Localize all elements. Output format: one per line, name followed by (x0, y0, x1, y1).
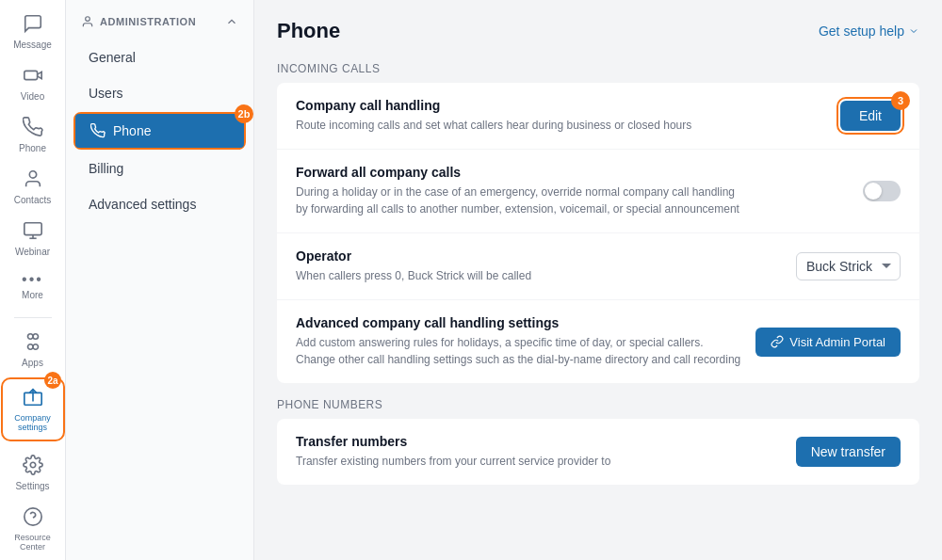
page-title: Phone (277, 19, 340, 43)
sidebar-item-settings-label: Settings (15, 481, 49, 491)
admin-nav-billing-label: Billing (89, 161, 123, 176)
svg-point-5 (27, 334, 33, 340)
link-icon (771, 335, 784, 348)
forward-calls-toggle[interactable] (863, 181, 901, 201)
sidebar-item-contacts[interactable]: Contacts (5, 163, 61, 211)
forward-calls-title: Forward all company calls (296, 165, 848, 180)
svg-rect-0 (24, 71, 37, 79)
sidebar-item-company-settings[interactable]: Company settings (5, 381, 61, 438)
admin-nav-advanced[interactable]: Advanced settings (73, 187, 246, 221)
setup-help-link[interactable]: Get setup help (819, 24, 919, 39)
admin-header: ADMINISTRATION (66, 0, 253, 40)
phone-icon (23, 117, 43, 140)
visit-admin-portal-button[interactable]: Visit Admin Portal (755, 328, 901, 357)
contacts-icon (23, 168, 43, 192)
advanced-call-handling-content: Advanced company call handling settings … (296, 315, 740, 368)
new-transfer-button[interactable]: New transfer (796, 437, 901, 467)
transfer-numbers-desc: Transfer existing numbers from your curr… (296, 453, 748, 470)
sidebar-item-message-label: Message (13, 40, 52, 50)
company-call-handling-desc: Route incoming calls and set what caller… (296, 117, 748, 134)
svg-point-8 (33, 344, 39, 350)
svg-point-1 (29, 171, 36, 178)
sidebar-item-apps-label: Apps (22, 358, 43, 368)
page-header: Phone Get setup help (277, 19, 919, 43)
phone-numbers-section: Phone numbers Transfer numbers Transfer … (277, 398, 919, 485)
phone-numbers-label: Phone numbers (277, 398, 919, 411)
collapse-icon[interactable] (225, 15, 238, 28)
admin-nav-billing[interactable]: Billing (73, 152, 246, 185)
company-settings-badge: 2a (44, 372, 61, 389)
sidebar-item-webinar-label: Webinar (15, 247, 50, 257)
svg-point-7 (27, 344, 33, 350)
incoming-calls-label: Incoming calls (277, 62, 919, 75)
phone-numbers-card: Transfer numbers Transfer existing numbe… (277, 419, 919, 485)
sidebar-item-video[interactable]: Video (5, 59, 61, 107)
apps-icon (23, 331, 43, 355)
webinar-icon (23, 220, 43, 244)
admin-nav-phone[interactable]: Phone (75, 114, 244, 148)
phone-nav-icon (90, 123, 106, 138)
sidebar-item-video-label: Video (21, 91, 44, 102)
transfer-numbers-title: Transfer numbers (296, 434, 781, 449)
company-settings-icon (23, 387, 43, 410)
svg-point-11 (30, 462, 36, 468)
sidebar-item-resource-center[interactable]: Resource Center (5, 501, 61, 557)
advanced-call-handling-desc: Add custom answering rules for holidays,… (296, 334, 740, 368)
sidebar-item-resource-center-label: Resource Center (8, 533, 57, 552)
operator-select[interactable]: Buck Strick (796, 252, 901, 280)
transfer-numbers-content: Transfer numbers Transfer existing numbe… (296, 434, 781, 470)
edit-button-badge: 3 (891, 91, 910, 110)
admin-nav-phone-label: Phone (113, 123, 151, 138)
svg-rect-2 (24, 223, 41, 235)
more-icon: ••• (22, 272, 43, 287)
advanced-call-handling-title: Advanced company call handling settings (296, 315, 740, 330)
sidebar-item-phone[interactable]: Phone (5, 111, 61, 159)
operator-content: Operator When callers press 0, Buck Stri… (296, 248, 781, 284)
phone-nav-badge: 2b (235, 104, 253, 123)
svg-point-14 (86, 17, 90, 22)
sidebar-item-apps[interactable]: Apps (5, 326, 61, 374)
settings-icon (23, 455, 43, 478)
admin-panel: ADMINISTRATION General Users Phone 2b Bi… (66, 0, 254, 560)
company-call-handling-content: Company call handling Route incoming cal… (296, 98, 825, 134)
sidebar-item-company-settings-label: Company settings (8, 413, 57, 432)
forward-calls-content: Forward all company calls During a holid… (296, 165, 848, 217)
advanced-call-handling-row: Advanced company call handling settings … (277, 300, 919, 383)
incoming-calls-card: Company call handling Route incoming cal… (277, 83, 919, 383)
sidebar-item-settings[interactable]: Settings (5, 449, 61, 497)
svg-point-6 (33, 334, 39, 340)
admin-nav-general-label: General (89, 50, 136, 65)
admin-nav-advanced-label: Advanced settings (89, 197, 196, 212)
sidebar-item-more-label: More (22, 290, 43, 300)
admin-nav-users-label: Users (89, 86, 123, 101)
company-call-handling-row: Company call handling Route incoming cal… (277, 83, 919, 150)
visit-admin-portal-label: Visit Admin Portal (789, 335, 885, 349)
video-icon (23, 65, 43, 88)
message-icon (23, 13, 43, 37)
admin-nav-users[interactable]: Users (73, 76, 246, 110)
main-content: Phone Get setup help Incoming calls Comp… (254, 0, 942, 560)
resource-center-icon (23, 506, 43, 530)
sidebar-item-webinar[interactable]: Webinar (5, 215, 61, 263)
transfer-numbers-row: Transfer numbers Transfer existing numbe… (277, 419, 919, 485)
chevron-down-icon (908, 25, 919, 37)
sidebar-item-more[interactable]: ••• More (5, 266, 61, 306)
svg-point-12 (24, 508, 41, 525)
forward-calls-desc: During a holiday or in the case of an em… (296, 184, 748, 217)
setup-help-label: Get setup help (819, 24, 904, 39)
operator-desc: When callers press 0, Buck Strick will b… (296, 267, 748, 284)
sidebar-item-contacts-label: Contacts (14, 195, 51, 205)
operator-row: Operator When callers press 0, Buck Stri… (277, 233, 919, 300)
edit-btn-wrapper: Edit 3 (840, 101, 901, 131)
sidebar-item-message[interactable]: Message (5, 8, 61, 56)
operator-title: Operator (296, 248, 781, 264)
company-call-handling-title: Company call handling (296, 98, 825, 113)
sidebar-item-phone-label: Phone (19, 143, 46, 153)
forward-calls-row: Forward all company calls During a holid… (277, 150, 919, 233)
admin-header-label: ADMINISTRATION (100, 16, 196, 27)
admin-nav-general[interactable]: General (73, 40, 246, 74)
sidebar: Message Video Phone Contacts Webinar •••… (0, 0, 66, 560)
